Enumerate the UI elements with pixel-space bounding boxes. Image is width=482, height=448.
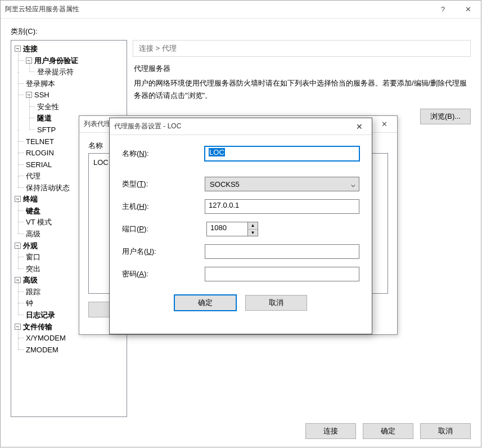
type-select[interactable]: SOCKS5 ⌵ [205, 177, 359, 191]
tree-item-bell[interactable]: 钟 [26, 299, 33, 307]
tree-item-sftp[interactable]: SFTP [37, 126, 56, 134]
proxy-settings-dialog: 代理服务器设置 - LOC ✕ 名称(N): LOC 类型(T): SOCKS5… [109, 118, 372, 334]
tree-item-security[interactable]: 安全性 [37, 102, 59, 110]
main-titlebar: 阿里云轻应用服务器属性 ? ✕ [1, 1, 481, 19]
breadcrumb: 连接 > 代理 [133, 40, 471, 57]
category-label: 类别(C): [11, 26, 471, 37]
tree-item-advanced-terminal[interactable]: 高级 [26, 230, 40, 238]
type-select-value: SOCKS5 [210, 180, 240, 189]
tree-item-login-prompt[interactable]: 登录提示符 [37, 68, 74, 76]
username-label: 用户名(U): [122, 247, 205, 257]
tree-item-auth[interactable]: 用户身份验证 [34, 56, 78, 64]
tree-item-trace[interactable]: 跟踪 [26, 287, 40, 295]
tree-item-xymodem[interactable]: X/YMODEM [26, 334, 66, 342]
ok-button[interactable]: 确定 [363, 423, 413, 439]
main-window-title: 阿里云轻应用服务器属性 [5, 5, 430, 14]
tree-item-terminal[interactable]: 终端 [23, 195, 38, 203]
port-spinner[interactable]: ▲ ▼ [248, 222, 258, 236]
tree-item-serial[interactable]: SERIAL [26, 160, 52, 168]
port-input[interactable]: 1080 [206, 222, 248, 236]
tree-item-zmodem[interactable]: ZMODEM [26, 345, 58, 353]
host-input[interactable]: 127.0.0.1 [205, 199, 359, 214]
tree-item-highlight[interactable]: 突出 [26, 264, 40, 272]
tree-item-proxy[interactable]: 代理 [26, 172, 40, 180]
tree-item-keepalive[interactable]: 保持活动状态 [26, 183, 70, 191]
proxy-group-label: 代理服务器 [134, 64, 471, 74]
password-label: 密码(A): [122, 269, 205, 279]
proxy-dialog-title: 代理服务器设置 - LOC [114, 122, 347, 131]
tree-item-keyboard[interactable]: 键盘 [26, 206, 40, 214]
tree-item-logging[interactable]: 日志记录 [26, 311, 55, 319]
tree-item-window[interactable]: 窗口 [26, 253, 40, 261]
tree-item-rlogin[interactable]: RLOGIN [26, 149, 54, 157]
type-label: 类型(T): [122, 179, 205, 189]
proxy-cancel-button[interactable]: 取消 [245, 295, 307, 311]
footer-buttons: 连接 确定 取消 [305, 423, 471, 439]
browse-button[interactable]: 浏览(B)... [420, 109, 471, 124]
tree-item-connection[interactable]: 连接 [23, 44, 38, 53]
proxy-ok-button[interactable]: 确定 [174, 295, 236, 311]
connect-button[interactable]: 连接 [305, 423, 356, 439]
host-label: 主机(H): [122, 201, 205, 212]
spinner-up-icon[interactable]: ▲ [248, 222, 258, 230]
help-button[interactable]: ? [430, 1, 456, 18]
name-label: 名称(N): [122, 149, 205, 159]
tree-item-vt[interactable]: VT 模式 [26, 218, 52, 226]
port-label: 端口(P): [122, 224, 206, 234]
username-input[interactable] [205, 244, 359, 259]
tree-item-ssh[interactable]: SSH [34, 91, 49, 99]
password-input[interactable] [205, 267, 359, 281]
tree-item-login-script[interactable]: 登录脚本 [26, 79, 55, 87]
tree-item-filetransfer[interactable]: 文件传输 [23, 322, 52, 330]
close-button[interactable]: ✕ [456, 1, 481, 18]
list-col-name: 名称 [88, 141, 103, 151]
tree-item-advanced[interactable]: 高级 [23, 276, 38, 284]
name-input[interactable]: LOC [205, 146, 359, 161]
tree-item-tunnel[interactable]: 隧道 [37, 114, 52, 122]
list-dialog-close-icon[interactable]: ✕ [372, 116, 397, 133]
tree-item-appearance[interactable]: 外观 [23, 241, 38, 249]
cancel-button[interactable]: 取消 [420, 423, 471, 439]
tree-item-telnet[interactable]: TELNET [26, 137, 54, 145]
proxy-description: 用户的网络环境使用代理服务器防火墙时请在如下列表中选择恰当的服务器。若要添加/编… [134, 77, 470, 102]
proxy-dialog-close-icon[interactable]: ✕ [347, 119, 372, 135]
spinner-down-icon[interactable]: ▼ [248, 230, 258, 236]
chevron-down-icon: ⌵ [351, 180, 355, 189]
proxy-dialog-titlebar: 代理服务器设置 - LOC ✕ [110, 118, 372, 135]
